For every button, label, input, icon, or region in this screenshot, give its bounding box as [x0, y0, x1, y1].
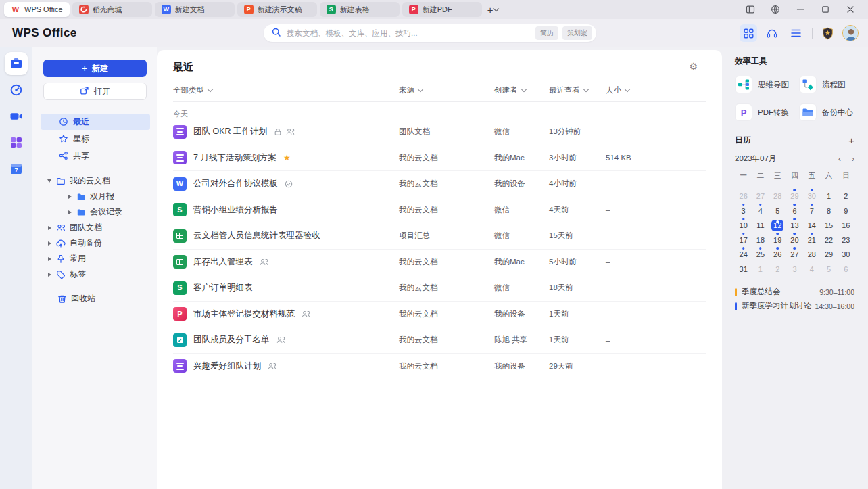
- tab-spreadsheet[interactable]: S新建表格: [320, 2, 400, 17]
- calendar-day[interactable]: 3: [786, 261, 803, 276]
- calendar-day[interactable]: 2: [838, 188, 854, 203]
- calendar-day[interactable]: 1: [752, 261, 769, 276]
- sidebar-item-share[interactable]: 共享: [41, 147, 150, 164]
- tab-writer[interactable]: W新建文档: [155, 2, 235, 17]
- calendar-day[interactable]: 29: [820, 246, 837, 261]
- search-input[interactable]: [285, 28, 531, 38]
- caret-right-icon[interactable]: [47, 225, 52, 231]
- close-icon[interactable]: [845, 4, 856, 15]
- calendar-day[interactable]: 23: [838, 232, 854, 247]
- calendar-day[interactable]: 1: [820, 188, 837, 203]
- rail-item-apps[interactable]: [5, 131, 28, 154]
- apps-grid-icon[interactable]: [740, 24, 757, 42]
- calendar-day[interactable]: 5: [820, 261, 837, 276]
- calendar-day[interactable]: 17: [735, 232, 752, 247]
- avatar[interactable]: [842, 25, 859, 41]
- calendar-day[interactable]: 29: [786, 188, 803, 203]
- caret-right-icon[interactable]: [67, 194, 72, 200]
- search-tag-proposal[interactable]: 策划案: [562, 26, 592, 40]
- file-row[interactable]: 云文档管人员信息统计表理器验收项目汇总微信15天前–: [173, 223, 706, 250]
- file-row[interactable]: W公司对外合作协议模板我的云文档我的设备4小时前–: [173, 171, 706, 197]
- file-row[interactable]: 兴趣爱好组队计划我的云文档我的设备29天前–: [173, 354, 706, 380]
- calendar-day[interactable]: 4: [803, 261, 820, 276]
- calendar-day[interactable]: 26: [735, 188, 752, 203]
- file-row[interactable]: 团队 OKR 工作计划团队文档微信13分钟前–: [173, 119, 706, 145]
- calendar-day-selected[interactable]: 12: [769, 217, 786, 232]
- tool-backup-folder[interactable]: 备份中心: [799, 103, 854, 121]
- chevron-left-icon[interactable]: ‹: [838, 154, 841, 164]
- calendar-event[interactable]: 新季度学习计划讨论14:30–16:00: [735, 299, 854, 313]
- open-file-button[interactable]: 打开: [43, 83, 147, 100]
- tree-item[interactable]: 会议记录: [32, 204, 157, 220]
- rail-item-calendar[interactable]: 7: [5, 158, 28, 181]
- tool-flowchart[interactable]: 流程图: [799, 76, 854, 93]
- file-row[interactable]: P市场主体登记提交材料规范我的云文档我的设备1天前–: [173, 302, 706, 328]
- calendar-day[interactable]: 20: [786, 232, 803, 247]
- calendar-day[interactable]: 30: [803, 188, 820, 203]
- gear-icon[interactable]: ⚙: [689, 62, 698, 71]
- calendar-day[interactable]: 15: [820, 217, 837, 232]
- calendar-day[interactable]: 10: [735, 217, 752, 232]
- calendar-day[interactable]: 14: [803, 217, 820, 232]
- caret-right-icon[interactable]: [47, 256, 52, 262]
- new-document-button[interactable]: + 新建: [43, 60, 147, 77]
- calendar-day[interactable]: 21: [803, 232, 820, 247]
- tree-item[interactable]: 常用: [32, 251, 157, 266]
- rail-item-schedule[interactable]: [5, 78, 28, 101]
- sidebar-item-clock[interactable]: 最近: [41, 114, 150, 130]
- tool-mindmap[interactable]: 思维导图: [735, 76, 799, 93]
- tab-docer[interactable]: 稻壳商城: [72, 2, 152, 17]
- calendar-day[interactable]: 18: [752, 232, 769, 247]
- minimize-icon[interactable]: [795, 4, 806, 15]
- calendar-day[interactable]: 6: [838, 261, 854, 276]
- rail-item-documents[interactable]: [5, 52, 28, 75]
- file-row[interactable]: 团队成员及分工名单我的云文档陈旭 共享1天前–: [173, 327, 706, 354]
- calendar-day[interactable]: 5: [769, 203, 786, 218]
- file-row[interactable]: 库存出入管理表我的云文档我的Mac5小时前–: [173, 250, 706, 276]
- search-tag-resume[interactable]: 简历: [535, 26, 558, 40]
- tool-pdf-convert[interactable]: PPDF转换: [735, 103, 799, 121]
- filter-dropdown[interactable]: 大小: [606, 85, 706, 95]
- sidebar-item-trash[interactable]: 回收站: [32, 291, 157, 306]
- vip-badge-icon[interactable]: [819, 24, 836, 42]
- calendar-day[interactable]: 11: [752, 217, 769, 232]
- calendar-day[interactable]: 8: [820, 203, 837, 218]
- filter-dropdown[interactable]: 来源: [399, 85, 494, 95]
- tree-item[interactable]: 标签: [32, 266, 157, 282]
- globe-icon[interactable]: [770, 4, 781, 15]
- calendar-day[interactable]: 16: [838, 217, 854, 232]
- tab-presentation[interactable]: P新建演示文稿: [237, 2, 317, 17]
- calendar-day[interactable]: 4: [752, 203, 769, 218]
- calendar-day[interactable]: 26: [769, 246, 786, 261]
- sidebar-item-star[interactable]: 星标: [41, 131, 150, 147]
- calendar-day[interactable]: 28: [769, 188, 786, 203]
- calendar-day[interactable]: 22: [820, 232, 837, 247]
- calendar-event[interactable]: 季度总结会9:30–11:00: [735, 285, 854, 299]
- calendar-day[interactable]: 19: [769, 232, 786, 247]
- tree-item[interactable]: 双月报: [32, 189, 157, 204]
- caret-right-icon[interactable]: [67, 210, 72, 215]
- file-row[interactable]: 7 月线下活动策划方案★我的云文档我的Mac3小时前514 KB: [173, 145, 706, 172]
- calendar-day[interactable]: 2: [769, 261, 786, 276]
- maximize-icon[interactable]: [820, 4, 831, 15]
- tree-item[interactable]: 团队文档: [32, 220, 157, 235]
- calendar-day[interactable]: 7: [803, 203, 820, 218]
- calendar-day[interactable]: 27: [786, 246, 803, 261]
- chevron-right-icon[interactable]: ›: [852, 154, 854, 164]
- calendar-day[interactable]: 30: [838, 246, 854, 261]
- split-view-icon[interactable]: [745, 4, 756, 15]
- new-tab-button[interactable]: +: [487, 5, 499, 15]
- caret-right-icon[interactable]: [47, 241, 52, 246]
- calendar-day[interactable]: 24: [735, 246, 752, 261]
- calendar-add-icon[interactable]: +: [848, 135, 854, 145]
- file-row[interactable]: S客户订单明细表我的云文档微信18天前–: [173, 275, 706, 302]
- tree-item[interactable]: 自动备份: [32, 235, 157, 251]
- calendar-day[interactable]: 6: [786, 203, 803, 218]
- hamburger-icon[interactable]: [787, 24, 804, 42]
- global-search-bar[interactable]: 简历 策划案: [264, 24, 596, 42]
- headset-icon[interactable]: [763, 24, 781, 42]
- calendar-day[interactable]: 25: [752, 246, 769, 261]
- file-row[interactable]: S营销小组业绩分析报告我的云文档微信4天前–: [173, 197, 706, 224]
- calendar-day[interactable]: 28: [803, 246, 820, 261]
- tab-wps-logo[interactable]: WWPS Office: [4, 2, 70, 17]
